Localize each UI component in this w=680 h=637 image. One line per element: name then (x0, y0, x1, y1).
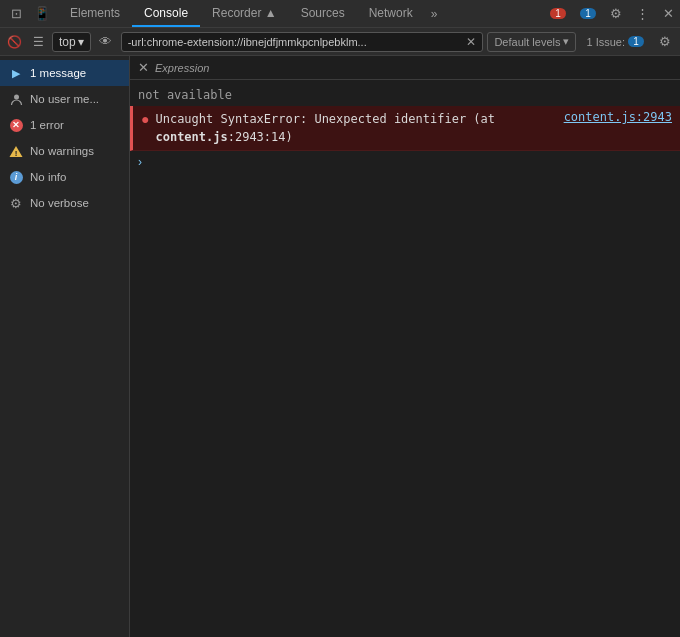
close-expression-btn[interactable]: ✕ (138, 60, 149, 75)
more-menu-btn[interactable]: ⋮ (630, 2, 654, 26)
arrow-right-icon: ▶ (8, 65, 24, 81)
user-icon (8, 91, 24, 107)
svg-point-0 (14, 94, 19, 99)
sidebar-errors-label: 1 error (30, 119, 64, 131)
issues-label: 1 Issue: (586, 36, 625, 48)
context-dropdown[interactable]: top ▾ (52, 32, 91, 52)
filter-toolbar: 🚫 ☰ top ▾ 👁 -url:chrome-extension://ibne… (0, 28, 680, 56)
tab-sources[interactable]: Sources (289, 0, 357, 27)
main-layout: ▶ 1 message No user me... ✕ 1 error (0, 56, 680, 637)
levels-dropdown-arrow: ▾ (563, 35, 569, 48)
context-dropdown-arrow: ▾ (78, 35, 84, 49)
log-area: not available ● Uncaught SyntaxError: Un… (130, 80, 680, 637)
levels-label: Default levels (494, 36, 560, 48)
collapse-btn[interactable]: ☰ (28, 32, 48, 52)
red-circle: ✕ (10, 119, 23, 132)
sidebar-item-user-messages[interactable]: No user me... (0, 86, 129, 112)
levels-dropdown[interactable]: Default levels ▾ (487, 32, 576, 52)
tab-recorder[interactable]: Recorder ▲ (200, 0, 289, 27)
message-count-badge: 1 (580, 8, 596, 19)
more-tabs-btn[interactable]: » (425, 7, 444, 21)
svg-text:!: ! (15, 149, 18, 157)
log-not-available: not available (130, 84, 680, 106)
error-badge-btn[interactable]: 1 (544, 6, 572, 21)
toolbar-right: 1 1 ⚙ ⋮ ✕ (544, 2, 680, 26)
blue-circle-info: i (10, 171, 23, 184)
context-label: top (59, 35, 76, 49)
inspect-icon-btn[interactable]: ⊡ (4, 2, 28, 26)
expression-bar: ✕ Expression (130, 56, 680, 80)
sidebar-item-warnings[interactable]: ! No warnings (0, 138, 129, 164)
error-count-badge: 1 (550, 8, 566, 19)
url-filter-text: -url:chrome-extension://ibnejdfjmmkpcnlp… (128, 36, 463, 48)
sidebar-item-verbose[interactable]: ⚙ No verbose (0, 190, 129, 216)
issues-count-badge: 1 (628, 36, 644, 47)
sidebar-user-messages-label: No user me... (30, 93, 99, 105)
sidebar-item-errors[interactable]: ✕ 1 error (0, 112, 129, 138)
clear-url-filter-btn[interactable]: ✕ (466, 35, 476, 49)
sidebar-verbose-label: No verbose (30, 197, 89, 209)
tab-bar: Elements Console Recorder ▲ Sources Netw… (58, 0, 443, 27)
console-content: ✕ Expression not available ● Uncaught Sy… (130, 56, 680, 637)
close-devtools-btn[interactable]: ✕ (656, 2, 680, 26)
devtools-icons-left: ⊡ 📱 (0, 2, 58, 26)
issues-btn[interactable]: 1 Issue: 1 (580, 34, 650, 50)
sidebar-info-label: No info (30, 171, 66, 183)
console-settings-btn[interactable]: ⚙ (654, 31, 676, 53)
message-badge-btn[interactable]: 1 (574, 6, 602, 21)
info-icon: i (8, 169, 24, 185)
console-sidebar: ▶ 1 message No user me... ✕ 1 error (0, 56, 130, 637)
expand-row: › (130, 151, 680, 173)
warning-icon: ! (8, 143, 24, 159)
live-expression-btn[interactable]: 👁 (95, 32, 117, 52)
error-log-row: ● Uncaught SyntaxError: Unexpected ident… (130, 106, 680, 151)
sidebar-messages-label: 1 message (30, 67, 86, 79)
clear-console-btn[interactable]: 🚫 (4, 32, 24, 52)
url-filter-bar[interactable]: -url:chrome-extension://ibnejdfjmmkpcnlp… (121, 32, 484, 52)
verbose-gear-icon: ⚙ (8, 195, 24, 211)
tab-console[interactable]: Console (132, 0, 200, 27)
tab-network[interactable]: Network (357, 0, 425, 27)
error-message-text: Uncaught SyntaxError: Unexpected identif… (155, 110, 557, 146)
sidebar-item-info[interactable]: i No info (0, 164, 129, 190)
sidebar-warnings-label: No warnings (30, 145, 94, 157)
devtools-top-bar: ⊡ 📱 Elements Console Recorder ▲ Sources … (0, 0, 680, 28)
expression-label: Expression (155, 62, 209, 74)
expand-chevron[interactable]: › (130, 151, 680, 173)
device-icon-btn[interactable]: 📱 (30, 2, 54, 26)
error-row-icon: ● (141, 111, 149, 127)
error-file-bold: content.js (155, 130, 227, 144)
sidebar-item-messages[interactable]: ▶ 1 message (0, 60, 129, 86)
tab-elements[interactable]: Elements (58, 0, 132, 27)
error-circle-icon: ✕ (8, 117, 24, 133)
settings-icon-btn[interactable]: ⚙ (604, 2, 628, 26)
error-link[interactable]: content.js:2943 (564, 110, 672, 124)
